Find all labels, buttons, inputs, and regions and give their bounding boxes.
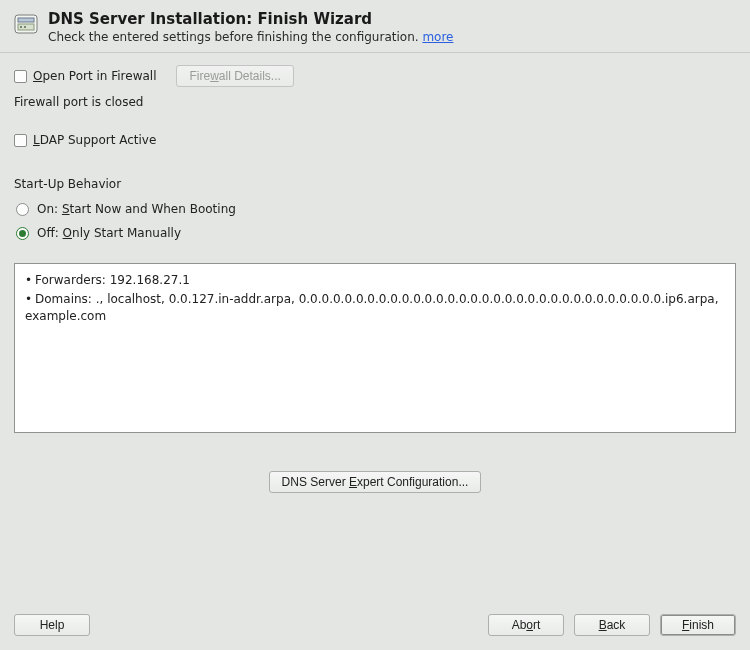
more-link[interactable]: more (422, 30, 453, 44)
help-button[interactable]: Help (14, 614, 90, 636)
ldap-support-checkbox[interactable]: LDAP Support Active (14, 133, 736, 147)
header: DNS Server Installation: Finish Wizard C… (0, 0, 750, 53)
svg-rect-1 (18, 18, 34, 22)
checkbox-icon (14, 134, 27, 147)
finish-button[interactable]: Finish (660, 614, 736, 636)
startup-behavior-label: Start-Up Behavior (14, 177, 736, 191)
open-port-firewall-checkbox[interactable]: Open Port in Firewall (14, 69, 156, 83)
expert-configuration-button[interactable]: DNS Server Expert Configuration... (269, 471, 482, 493)
startup-on-radio[interactable]: On: Start Now and When Booting (16, 202, 736, 216)
dns-wizard-icon (14, 12, 38, 36)
svg-point-4 (24, 26, 26, 28)
summary-domains: •Domains: ., localhost, 0.0.127.in-addr.… (25, 291, 725, 325)
abort-button[interactable]: Abort (488, 614, 564, 636)
startup-off-radio[interactable]: Off: Only Start Manually (16, 226, 736, 240)
radio-icon (16, 203, 29, 216)
firewall-details-button: Firewall Details... (176, 65, 293, 87)
page-title: DNS Server Installation: Finish Wizard (48, 10, 453, 28)
firewall-status-text: Firewall port is closed (14, 95, 736, 109)
page-subtitle: Check the entered settings before finish… (48, 30, 453, 44)
checkbox-icon (14, 70, 27, 83)
summary-box: •Forwarders: 192.168.27.1 •Domains: ., l… (14, 263, 736, 433)
radio-icon (16, 227, 29, 240)
svg-point-3 (20, 26, 22, 28)
summary-forwarders: •Forwarders: 192.168.27.1 (25, 272, 725, 289)
back-button[interactable]: Back (574, 614, 650, 636)
